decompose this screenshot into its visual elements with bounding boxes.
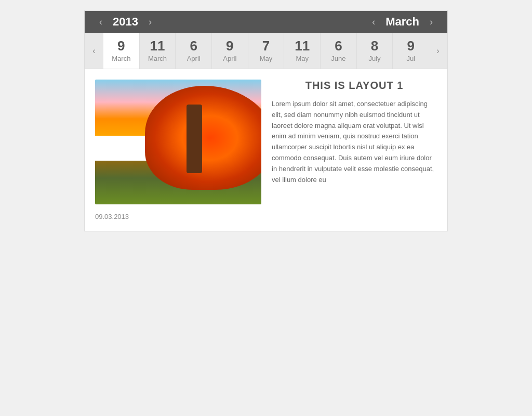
month-label: March xyxy=(385,15,419,29)
date-month-label: June xyxy=(331,55,345,62)
date-month-label: May xyxy=(296,55,309,62)
calendar-widget: ‹ 2013 › ‹ March › ‹ 9March11March6April… xyxy=(84,10,448,231)
date-month-label: Jul xyxy=(406,55,415,62)
date-month-label: May xyxy=(260,55,273,62)
date-item[interactable]: 6June xyxy=(321,33,357,69)
next-month-button[interactable]: › xyxy=(425,15,437,29)
tree-trunk xyxy=(187,105,202,173)
year-nav: ‹ 2013 › xyxy=(95,15,156,29)
date-item[interactable]: 7May xyxy=(248,33,285,69)
autumn-scene-graphic xyxy=(95,80,261,204)
year-month-header: ‹ 2013 › ‹ March › xyxy=(85,11,447,33)
date-item[interactable]: 11March xyxy=(140,33,176,69)
date-item[interactable]: 9April xyxy=(212,33,248,69)
date-number: 9 xyxy=(407,39,414,53)
date-month-label: April xyxy=(223,55,236,62)
date-month-label: March xyxy=(148,55,167,62)
date-items: 9March11March6April9April7May11May6June8… xyxy=(103,33,429,69)
date-item[interactable]: 6April xyxy=(176,33,212,69)
date-number: 6 xyxy=(335,39,342,53)
date-item[interactable]: 11May xyxy=(284,33,321,69)
date-number: 8 xyxy=(371,39,378,53)
date-number: 9 xyxy=(117,39,125,53)
date-month-label: July xyxy=(368,55,380,62)
prev-month-button[interactable]: ‹ xyxy=(368,15,379,29)
post-title: THIS IS LAYOUT 1 xyxy=(272,80,437,92)
date-strip-next[interactable]: › xyxy=(429,33,447,69)
next-year-button[interactable]: › xyxy=(144,15,156,29)
month-nav: ‹ March › xyxy=(368,15,437,29)
prev-year-button[interactable]: ‹ xyxy=(95,15,107,29)
content-area: THIS IS LAYOUT 1 Lorem ipsum dolor sit a… xyxy=(85,69,447,231)
post-info: THIS IS LAYOUT 1 Lorem ipsum dolor sit a… xyxy=(272,80,437,204)
post-body: Lorem ipsum dolor sit amet, consectetuer… xyxy=(272,99,437,185)
post-card: THIS IS LAYOUT 1 Lorem ipsum dolor sit a… xyxy=(95,80,437,204)
date-month-label: April xyxy=(187,55,201,62)
date-strip-prev[interactable]: ‹ xyxy=(85,33,103,69)
date-item[interactable]: 8July xyxy=(357,33,393,69)
date-number: 6 xyxy=(190,39,197,53)
date-number: 11 xyxy=(295,39,310,53)
date-month-label: March xyxy=(112,55,130,62)
tree-foliage xyxy=(145,86,261,190)
post-date: 09.03.2013 xyxy=(95,213,437,220)
date-strip: ‹ 9March11March6April9April7May11May6Jun… xyxy=(85,33,447,69)
date-number: 7 xyxy=(262,39,270,53)
year-label: 2013 xyxy=(113,15,138,29)
post-image xyxy=(95,80,261,204)
date-number: 9 xyxy=(226,39,233,53)
date-item[interactable]: 9Jul xyxy=(393,33,429,69)
date-item[interactable]: 9March xyxy=(103,33,140,69)
date-number: 11 xyxy=(150,39,165,53)
